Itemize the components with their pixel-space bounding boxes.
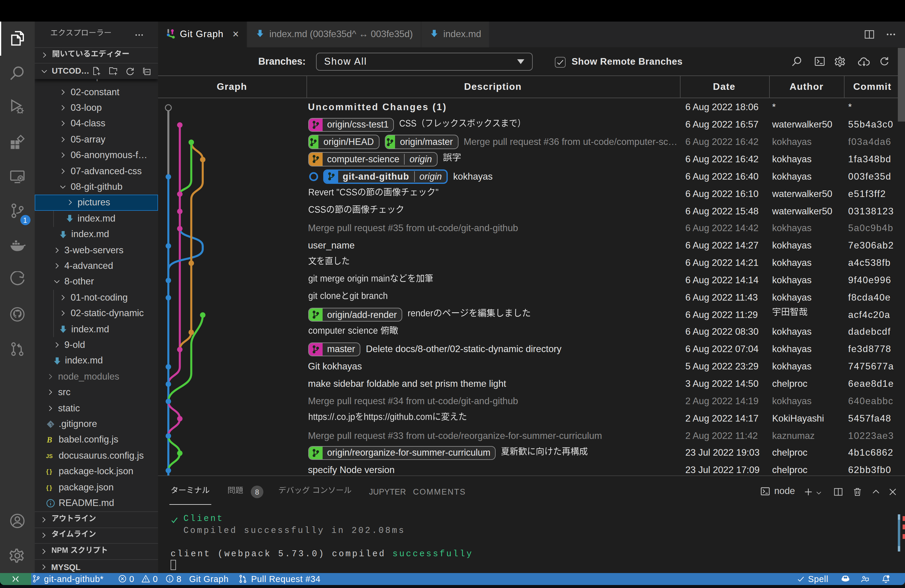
svg-text:B: B <box>46 435 52 445</box>
svg-text:{}: {} <box>46 484 53 491</box>
svg-text:{}: {} <box>46 468 53 475</box>
svg-text:JS: JS <box>46 453 53 459</box>
